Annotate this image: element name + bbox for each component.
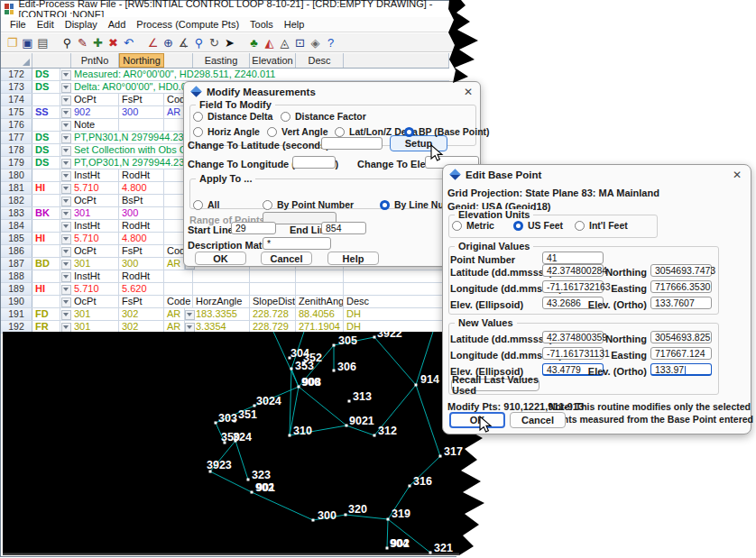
grid-cell[interactable]: 4.800 — [119, 233, 164, 244]
grid-cell[interactable]: 300 — [119, 207, 164, 219]
add-line-icon[interactable]: ✚ — [90, 35, 106, 50]
record-code-cell[interactable] — [32, 296, 60, 307]
column-header-Northing[interactable]: Northing — [119, 53, 164, 68]
grid-cell[interactable]: DH — [344, 308, 449, 320]
field-radio-horiz-angle[interactable]: Horiz Angle — [193, 126, 260, 137]
grid-cell[interactable]: 183.3355 — [193, 308, 250, 320]
record-type-dropdown[interactable] — [61, 285, 71, 295]
record-code-cell[interactable] — [32, 119, 60, 131]
delete-line-icon[interactable]: ✖ — [106, 35, 121, 50]
close-icon[interactable]: ✕ — [462, 86, 475, 98]
zoom-point-icon[interactable]: ⊕ — [161, 35, 176, 50]
grid-cell[interactable] — [250, 283, 296, 295]
point-number-input[interactable]: 41 — [542, 252, 604, 264]
grid-cell[interactable]: 300 — [119, 258, 164, 270]
original-row-1-right-input[interactable]: 717666.3530 — [650, 280, 712, 293]
record-code-cell[interactable]: HI — [32, 233, 60, 244]
grid-cell[interactable]: Desc — [344, 296, 449, 307]
row-number[interactable]: 179 — [1, 157, 32, 169]
row-number[interactable]: 182 — [1, 195, 32, 206]
save-icon[interactable]: ▣ — [20, 35, 35, 50]
pick-tool-icon[interactable]: ➤ — [222, 35, 237, 50]
end-line-input[interactable]: 854 — [321, 222, 366, 234]
grid-cell[interactable]: 5.710 — [71, 283, 119, 295]
record-type-dropdown[interactable] — [61, 323, 71, 333]
tree-icon[interactable]: ♣ — [246, 35, 262, 50]
menu-process-compute-pts-[interactable]: Process (Compute Pts) — [131, 18, 244, 31]
code-column-header[interactable] — [32, 53, 71, 68]
row-number[interactable]: 188 — [1, 270, 32, 282]
field-radio-bp-base-point-[interactable]: BP (Base Point) — [404, 126, 490, 137]
field-radio-distance-delta[interactable]: Distance Delta — [193, 111, 272, 122]
grid-cell[interactable] — [164, 270, 193, 282]
grid-cell[interactable]: InstHt — [71, 220, 119, 232]
start-line-input[interactable]: 29 — [231, 222, 276, 234]
grid-cell[interactable]: 302 — [119, 308, 164, 320]
grid-cell[interactable] — [193, 283, 250, 295]
grid-cell[interactable]: ZenithAng — [296, 296, 344, 307]
record-type-dropdown[interactable] — [61, 108, 71, 118]
record-code-cell[interactable] — [32, 245, 60, 257]
row-number[interactable]: 185 — [1, 233, 32, 244]
field-radio-vert-angle[interactable]: Vert Angle — [267, 126, 328, 137]
grid-cell[interactable]: 301 — [71, 308, 119, 320]
grid-cell[interactable]: RodHt — [119, 270, 164, 282]
angle-obs-icon[interactable]: ∡ — [176, 35, 191, 50]
column-header-blank[interactable] — [164, 53, 193, 68]
menu-help[interactable]: Help — [279, 18, 310, 31]
survey-point[interactable] — [215, 422, 217, 425]
grid-cell[interactable]: FsPt — [119, 245, 164, 257]
survey-point[interactable] — [348, 400, 351, 403]
plot-canvas[interactable]: 3053922304352353306900908914313302435130… — [0, 332, 492, 558]
display-icon[interactable]: ⊡ — [292, 35, 308, 50]
record-type-dropdown[interactable] — [61, 247, 71, 257]
grid-cell[interactable]: 4.800 — [119, 182, 164, 194]
edit-cancel-button[interactable]: Cancel — [510, 412, 566, 428]
draw-angle-icon[interactable]: ∠ — [145, 35, 161, 50]
record-type-dropdown[interactable] — [61, 272, 71, 282]
edit-ok-button[interactable]: OK — [449, 412, 505, 428]
new-row-1-right-input[interactable]: 717667.124 — [650, 347, 712, 360]
record-code-cell[interactable]: BK — [32, 207, 60, 219]
grid-cell[interactable] — [164, 283, 193, 295]
record-type-dropdown[interactable] — [61, 184, 71, 194]
record-type-dropdown[interactable] — [61, 197, 71, 206]
menu-display[interactable]: Display — [60, 18, 103, 31]
record-code-cell[interactable]: DS — [32, 132, 60, 143]
modify-cancel-button[interactable]: Cancel — [261, 252, 312, 265]
record-type-dropdown[interactable] — [61, 297, 71, 307]
survey-point[interactable] — [439, 455, 442, 458]
record-code-cell[interactable]: DS — [32, 81, 60, 93]
open-icon[interactable]: ❐ — [5, 35, 20, 50]
modify-help-button[interactable]: Help — [327, 252, 379, 265]
undo-icon[interactable]: ↶ — [121, 35, 136, 50]
grid-cell[interactable]: OcPt — [71, 195, 119, 206]
grid-cell[interactable]: 5.620 — [119, 283, 164, 295]
grid-cell[interactable]: 5.710 — [71, 233, 119, 244]
record-code-cell[interactable] — [32, 220, 60, 232]
survey-point[interactable] — [386, 547, 389, 550]
row-number[interactable]: 187 — [1, 258, 32, 270]
record-code-cell[interactable]: DS — [32, 157, 60, 169]
record-code-cell[interactable]: DS — [32, 144, 60, 156]
grid-cell[interactable] — [344, 270, 449, 282]
grid-cell[interactable]: 301 — [71, 207, 119, 219]
survey-point[interactable] — [333, 370, 336, 372]
grid-cell[interactable]: 301 — [71, 258, 119, 270]
survey-point[interactable] — [373, 336, 376, 339]
row-number[interactable]: 184 — [1, 220, 32, 232]
survey-point[interactable] — [345, 514, 347, 517]
triangle-edit-icon[interactable]: ◭ — [262, 35, 277, 50]
survey-point[interactable] — [333, 344, 336, 347]
apply-radio-by-point-number[interactable]: By Point Number — [263, 199, 354, 210]
units-radio-metric[interactable]: Metric — [452, 220, 494, 231]
new-row-2-right-input[interactable]: 133.97 — [650, 363, 712, 376]
print-icon[interactable]: ▤ — [35, 35, 51, 50]
column-header-PntNo[interactable]: PntNo — [71, 53, 119, 68]
row-number[interactable]: 173 — [1, 81, 32, 93]
column-header-Desc[interactable]: Desc — [296, 53, 344, 68]
find-point-icon[interactable]: ✎ — [75, 35, 90, 50]
close-icon[interactable]: ✕ — [731, 169, 743, 181]
column-header-Elevation[interactable]: Elevation — [250, 53, 296, 68]
record-code-cell[interactable]: BD — [32, 258, 60, 270]
